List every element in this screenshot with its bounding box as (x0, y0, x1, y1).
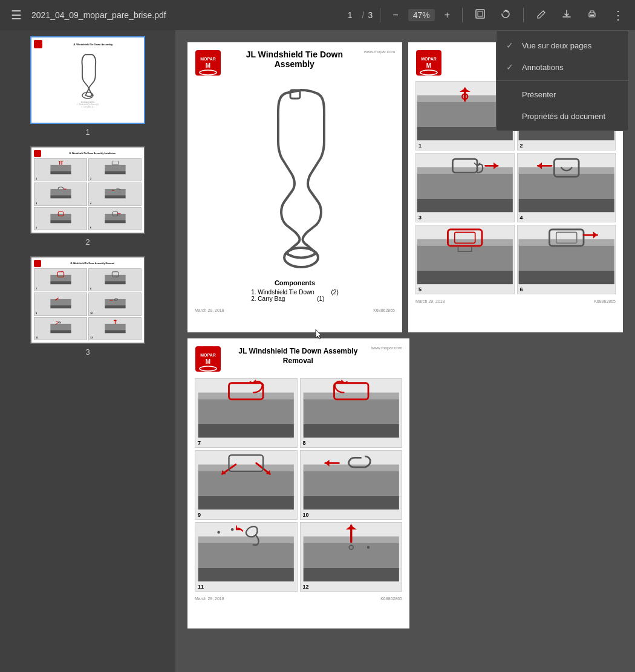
step-5-cell: 5 (415, 225, 515, 294)
svg-rect-80 (303, 398, 399, 424)
svg-rect-21 (50, 275, 71, 281)
thumbnail-image-1: JL Windshield Tie Down Assembly Componen… (30, 36, 145, 124)
edit-button[interactable] (531, 6, 552, 24)
step-4-cell: 4 (517, 153, 616, 222)
page-3-footer: March 29, 2018 K68862865 (195, 596, 402, 601)
component-1: 1. Windshield Tie Down (2) (251, 289, 339, 296)
toolbar: ☰ 2021_04_09_mopar_pare_brise.pdf / 3 − … (0, 0, 635, 30)
svg-rect-92 (198, 568, 294, 582)
svg-rect-30 (105, 306, 125, 309)
print-button[interactable] (582, 6, 602, 24)
step-1-num: 1 (418, 143, 422, 149)
svg-rect-59 (518, 199, 614, 213)
thumbnail-page-2[interactable]: JL Windshield Tie Down Assembly Installa… (6, 146, 169, 247)
toolbar-divider-2 (462, 8, 463, 22)
svg-rect-78 (198, 393, 294, 399)
svg-rect-24 (105, 275, 125, 281)
step-9-cell: 9 (195, 450, 298, 520)
menu-item-annotations[interactable]: ✓ Annotations (497, 56, 628, 78)
fit-button[interactable] (470, 6, 490, 24)
sidebar: JL Windshield Tie Down Assembly Componen… (0, 30, 175, 672)
page-total: 3 (368, 10, 373, 20)
step-8-num: 8 (303, 440, 306, 446)
svg-rect-22 (50, 281, 71, 284)
zoom-out-button[interactable]: − (388, 7, 403, 23)
page-2-date: March 29, 2018 (415, 299, 445, 303)
step-3-cell: 3 (415, 153, 515, 222)
svg-rect-28 (50, 306, 71, 309)
zoom-level: 47% (408, 9, 435, 21)
svg-rect-16 (50, 220, 71, 223)
svg-text:MOPAR: MOPAR (200, 353, 216, 357)
svg-point-4 (594, 13, 595, 15)
step-12-cell: 12 (300, 522, 403, 592)
thumbnail-image-3: JL Windshield Tie Down Assembly Removal … (30, 256, 145, 344)
page-controls: / 3 (342, 10, 373, 20)
svg-rect-7 (50, 171, 71, 174)
components-section: Components 1. Windshield Tie Down (2) 2.… (195, 279, 395, 303)
page-3-title: JL Windshield Tie Down Assembly Removal (225, 347, 371, 366)
svg-rect-93 (198, 537, 294, 543)
page-1-url: www.mopar.com (364, 50, 395, 54)
svg-rect-89 (303, 496, 399, 510)
svg-rect-15 (50, 214, 71, 220)
svg-rect-77 (198, 424, 294, 438)
svg-rect-97 (303, 568, 399, 582)
more-options-button[interactable]: ⋮ (607, 5, 629, 25)
svg-rect-84 (198, 470, 294, 496)
step-7-cell: 7 (195, 378, 298, 448)
download-icon (561, 8, 572, 19)
dropdown-menu: ✓ Vue sur deux pages ✓ Annotations ✓ Pré… (496, 30, 629, 131)
svg-rect-91 (198, 542, 294, 568)
menu-item-proprietes[interactable]: ✓ Propriétés du document (497, 105, 628, 127)
step-8-cell: 8 (300, 378, 403, 448)
page-3-url: www.mopar.com (371, 346, 402, 350)
page-1-title: JL Windshield Tie Down Assembly (225, 50, 364, 69)
svg-rect-27 (50, 299, 71, 305)
step-9-num: 9 (198, 512, 201, 518)
page-1-partnum: K68862865 (373, 308, 395, 312)
svg-rect-14 (105, 196, 125, 199)
step-7-num: 7 (198, 440, 201, 446)
toolbar-divider-1 (380, 8, 380, 22)
svg-rect-8 (105, 165, 125, 171)
page-number-input[interactable] (342, 10, 359, 20)
svg-rect-82 (303, 393, 399, 399)
step-6-cell: 6 (517, 225, 616, 294)
thumbnail-page-1[interactable]: JL Windshield Tie Down Assembly Componen… (6, 36, 169, 137)
mopar-logo-3: MOPAR M (195, 346, 221, 372)
svg-rect-31 (50, 324, 71, 330)
rotate-button[interactable] (495, 6, 516, 24)
svg-rect-63 (417, 271, 513, 285)
page-2-partnum: K68862865 (594, 299, 616, 303)
zoom-in-button[interactable]: + (440, 7, 455, 23)
thumbnail-label-1: 1 (6, 128, 169, 137)
menu-item-vue-deux-pages[interactable]: ✓ Vue sur deux pages (497, 34, 628, 56)
menu-divider (497, 80, 628, 81)
thumbnail-page-3[interactable]: JL Windshield Tie Down Assembly Removal … (6, 256, 169, 357)
svg-text:M: M (426, 62, 431, 69)
menu-item-label: Annotations (522, 63, 564, 72)
windshield-strap-svg (247, 87, 344, 268)
svg-point-95 (231, 528, 234, 531)
svg-rect-6 (50, 165, 71, 171)
thumbnail-image-2: JL Windshield Tie Down Assembly Installa… (30, 146, 145, 234)
step-11-num: 11 (198, 584, 204, 590)
menu-button[interactable]: ☰ (6, 5, 27, 25)
empty-space (415, 338, 623, 628)
removal-steps-grid: 7 8 (195, 378, 402, 592)
svg-rect-88 (303, 470, 399, 496)
menu-item-presenter[interactable]: ✓ Présenter (497, 83, 628, 105)
step-4-num: 4 (520, 215, 523, 221)
svg-point-100 (366, 546, 370, 549)
svg-text:MOPAR: MOPAR (200, 57, 216, 61)
svg-rect-85 (198, 496, 294, 510)
page-2-footer: March 29, 2018 K68862865 (415, 299, 616, 303)
print-icon (587, 8, 598, 19)
page-separator: / (362, 10, 365, 20)
rotate-icon (500, 8, 511, 19)
download-button[interactable] (556, 6, 577, 24)
step-2-num: 2 (520, 143, 523, 149)
step-3-num: 3 (418, 215, 422, 221)
check-icon-annotations: ✓ (506, 62, 516, 72)
